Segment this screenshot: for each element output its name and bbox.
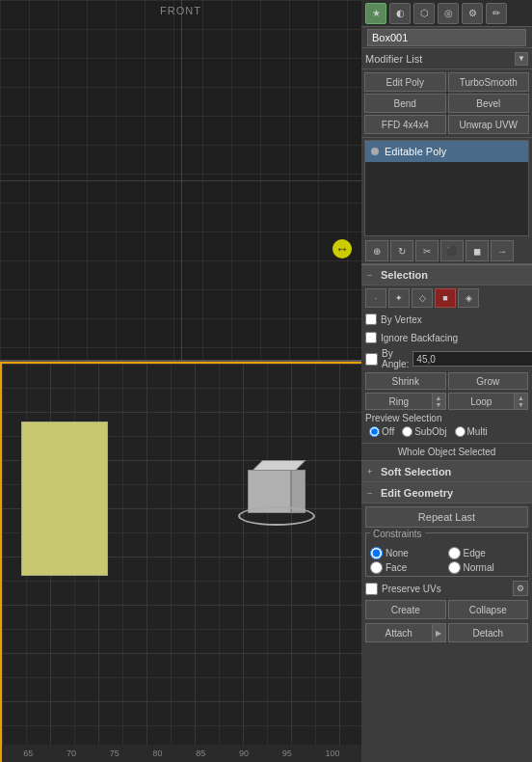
by-vertex-checkbox[interactable]: [365, 313, 377, 325]
viewport-area: FRONT ↔ 65 70 75 80 85 90 95 100: [0, 0, 361, 762]
preview-off-label: Off: [382, 426, 394, 437]
subobj-btn-rotate[interactable]: ↻: [390, 240, 413, 261]
by-angle-input[interactable]: [412, 351, 532, 367]
btn-unwrap-uvw[interactable]: Unwrap UVW: [448, 115, 530, 134]
toolbar-icon-gear[interactable]: ⚙: [462, 3, 483, 24]
preview-off-option[interactable]: Off: [369, 426, 394, 437]
btn-bend[interactable]: Bend: [364, 94, 446, 113]
constraints-group: Constraints None Edge Face Normal: [365, 532, 528, 577]
subobj-btn-cut[interactable]: ✂: [415, 240, 439, 261]
edit-geometry-collapse-icon: –: [367, 488, 377, 498]
toolbar-icon-circle[interactable]: ◎: [438, 3, 459, 24]
stack-dot: [371, 148, 379, 155]
detach-button[interactable]: Detach: [448, 623, 529, 642]
attach-label[interactable]: Attach: [366, 628, 432, 639]
soft-selection-header[interactable]: + Soft Selection: [361, 461, 532, 482]
ruler-mark-90: 90: [239, 748, 249, 758]
axis-v: [181, 0, 182, 360]
toolbar-icon-star[interactable]: ★: [365, 3, 386, 24]
viewport-bottom[interactable]: 65 70 75 80 85 90 95 100: [0, 362, 361, 762]
modifier-stack[interactable]: Editable Poly: [364, 140, 529, 236]
shrink-button[interactable]: Shrink: [365, 372, 446, 390]
ruler-mark-65: 65: [23, 748, 33, 758]
preview-selection-row: Preview Selection: [365, 413, 528, 423]
ring-label[interactable]: Ring: [366, 396, 432, 407]
ruler-mark-85: 85: [196, 748, 205, 758]
object-name-bar: [361, 27, 532, 48]
preserve-uvs-checkbox[interactable]: [365, 583, 378, 595]
attach-arrow[interactable]: ▶: [432, 624, 445, 641]
ruler: 65 70 75 80 85 90 95 100: [2, 745, 361, 762]
constraint-face-radio[interactable]: [370, 561, 383, 574]
subobj-border-icon[interactable]: ◇: [412, 288, 433, 308]
stack-item-editable-poly[interactable]: Editable Poly: [365, 141, 528, 162]
preview-selection-label: Preview Selection: [365, 413, 452, 423]
soft-selection-collapse-icon: +: [367, 467, 377, 476]
ruler-mark-80: 80: [153, 748, 163, 758]
modifier-list-dropdown[interactable]: ▼: [515, 52, 528, 66]
ruler-marks: 65 70 75 80 85 90 95 100: [7, 748, 357, 758]
subobj-poly-icon[interactable]: ■: [435, 288, 456, 308]
constraint-face-option[interactable]: Face: [370, 561, 446, 574]
edit-geometry-header[interactable]: – Edit Geometry: [361, 482, 532, 503]
constraint-normal-radio[interactable]: [448, 561, 461, 574]
ruler-mark-95: 95: [282, 748, 292, 758]
preview-subobj-label: SubObj: [414, 426, 446, 437]
loop-button-group: Loop ▲ ▼: [448, 393, 529, 410]
selection-section-header[interactable]: – Selection: [361, 264, 532, 286]
loop-label[interactable]: Loop: [449, 396, 515, 407]
attach-button-group: Attach ▶: [365, 623, 446, 642]
rotation-ring: [238, 506, 315, 526]
subobj-btn-box1[interactable]: ⬛: [440, 240, 464, 261]
toolbar-icon-pen[interactable]: ✏: [486, 3, 507, 24]
constraint-edge-option[interactable]: Edge: [448, 547, 524, 559]
constraint-edge-radio[interactable]: [448, 547, 461, 559]
attach-detach-row: Attach ▶ Detach: [361, 621, 532, 644]
ring-spinner[interactable]: ▲ ▼: [432, 394, 445, 409]
btn-bevel[interactable]: Bevel: [448, 94, 530, 113]
modifier-list-label: Modifier List: [365, 53, 511, 65]
constraints-options: None Edge Face Normal: [370, 547, 523, 574]
ruler-mark-100: 100: [326, 748, 340, 758]
repeat-last-button[interactable]: Repeat Last: [365, 506, 528, 528]
by-angle-checkbox[interactable]: [365, 353, 378, 366]
preserve-uvs-settings[interactable]: ⚙: [513, 581, 528, 596]
btn-ffd[interactable]: FFD 4x4x4: [364, 115, 446, 134]
constraint-face-label: Face: [386, 562, 407, 573]
loop-spinner[interactable]: ▲ ▼: [514, 394, 527, 409]
subobj-edge-icon[interactable]: ✦: [388, 288, 410, 308]
ignore-backfacing-label: Ignore Backfacing: [381, 333, 458, 343]
constraint-none-label: None: [386, 548, 409, 558]
constraint-none-radio[interactable]: [370, 547, 383, 559]
collapse-button[interactable]: Collapse: [448, 600, 529, 619]
subobj-vertex-icon[interactable]: ·: [365, 288, 386, 308]
flat-box: [21, 422, 108, 576]
preview-multi-option[interactable]: Multi: [455, 426, 488, 437]
ignore-backfacing-checkbox[interactable]: [365, 332, 377, 343]
btn-edit-poly[interactable]: Edit Poly: [364, 72, 446, 92]
preview-subobj-option[interactable]: SubObj: [402, 426, 446, 437]
subobj-btn-box2[interactable]: ◼: [466, 240, 489, 261]
grow-button[interactable]: Grow: [448, 372, 529, 390]
constraint-normal-option[interactable]: Normal: [448, 561, 524, 574]
preview-off-radio[interactable]: [369, 426, 380, 437]
object-name-input[interactable]: [367, 29, 526, 46]
btn-turbo-smooth[interactable]: TurboSmooth: [448, 72, 530, 92]
preview-multi-radio[interactable]: [455, 426, 466, 437]
selection-section-title: Selection: [381, 269, 428, 281]
toolbar-icon-hex[interactable]: ⬡: [413, 3, 435, 24]
toolbar-icon-arc[interactable]: ◐: [389, 3, 411, 24]
constraint-normal-label: Normal: [464, 562, 494, 573]
subobj-btn-pin[interactable]: ⊕: [365, 240, 388, 261]
create-button[interactable]: Create: [365, 600, 446, 619]
selection-status: Whole Object Selected: [361, 444, 532, 461]
subobj-element-icon[interactable]: ◈: [458, 288, 479, 308]
shrink-grow-row: Shrink Grow: [365, 372, 528, 390]
viewport-top[interactable]: FRONT ↔: [0, 0, 361, 362]
preview-subobj-radio[interactable]: [402, 426, 412, 437]
constraint-none-option[interactable]: None: [370, 547, 446, 559]
arrow-indicator: ↔: [332, 239, 352, 259]
by-angle-label: By Angle:: [382, 348, 409, 369]
subobj-btn-arrow[interactable]: →: [491, 240, 514, 261]
by-vertex-label: By Vertex: [381, 314, 422, 325]
